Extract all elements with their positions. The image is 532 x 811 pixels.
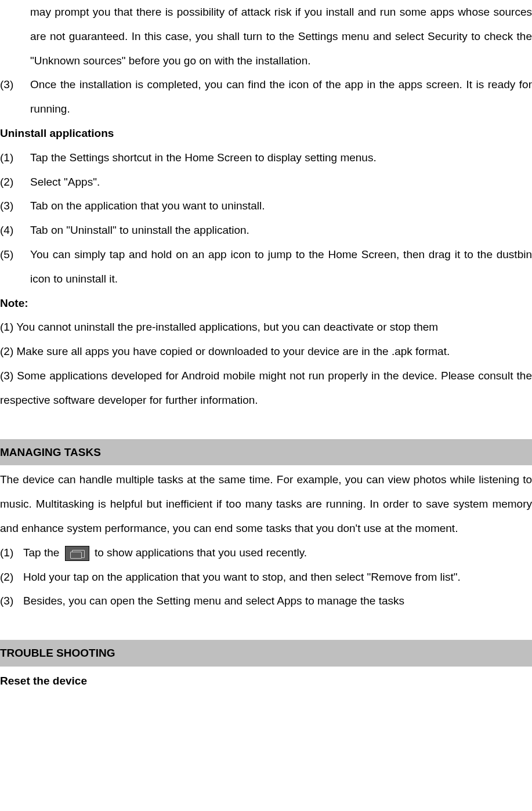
recent-apps-icon	[65, 546, 89, 561]
managing-intro: The device can handle multiple tasks at …	[0, 468, 532, 540]
list-number: (3)	[0, 73, 30, 121]
managing-item-3: (3) Besides, you can open the Setting me…	[0, 589, 532, 613]
list-text: Tap the Settings shortcut in the Home Sc…	[30, 146, 532, 170]
reset-device-heading: Reset the device	[0, 669, 532, 693]
list-text: Tab on the application that you want to …	[30, 194, 532, 218]
continuation-paragraph: may prompt you that there is possibility…	[0, 0, 532, 73]
managing-tasks-heading: MANAGING TASKS	[0, 439, 532, 466]
list-number: (3)	[0, 589, 23, 613]
list-number: (4)	[0, 218, 30, 242]
uninstall-item-4: (4) Tab on "Uninstall" to uninstall the …	[0, 218, 532, 242]
list-text: Besides, you can open the Setting menu a…	[23, 589, 532, 613]
list-text: Select "Apps".	[30, 170, 532, 194]
list-number: (2)	[0, 170, 30, 194]
uninstall-heading: Uninstall applications	[0, 121, 532, 146]
uninstall-item-2: (2) Select "Apps".	[0, 170, 532, 194]
uninstall-item-3: (3) Tab on the application that you want…	[0, 194, 532, 218]
list-text: You can simply tap and hold on an app ic…	[30, 242, 532, 291]
note-item-3: (3) Some applications developed for Andr…	[0, 364, 532, 412]
list-number: (1)	[0, 541, 23, 565]
list-number: (2)	[0, 565, 23, 589]
list-text: Once the installation is completed, you …	[30, 73, 532, 121]
troubleshooting-heading: TROUBLE SHOOTING	[0, 640, 532, 667]
spacer	[0, 412, 532, 425]
note-item-2: (2) Make sure all apps you have copied o…	[0, 339, 532, 364]
note-item-1: (1) You cannot uninstall the pre-install…	[0, 315, 532, 339]
install-item-3: (3) Once the installation is completed, …	[0, 73, 532, 121]
spacer	[0, 613, 532, 626]
note-heading: Note:	[0, 291, 532, 316]
document-page: may prompt you that there is possibility…	[0, 0, 532, 693]
list-text: Hold your tap on the application that yo…	[23, 565, 532, 589]
list-text: Tap the to show applications that you us…	[23, 541, 307, 565]
list-number: (5)	[0, 242, 30, 291]
uninstall-item-1: (1) Tap the Settings shortcut in the Hom…	[0, 146, 532, 170]
uninstall-item-5: (5) You can simply tap and hold on an ap…	[0, 242, 532, 291]
managing-item-1: (1) Tap the to show applications that yo…	[0, 541, 532, 565]
list-number: (1)	[0, 146, 30, 170]
list-text: Tab on "Uninstall" to uninstall the appl…	[30, 218, 532, 242]
list-number: (3)	[0, 194, 30, 218]
managing-item-2: (2) Hold your tap on the application tha…	[0, 565, 532, 589]
